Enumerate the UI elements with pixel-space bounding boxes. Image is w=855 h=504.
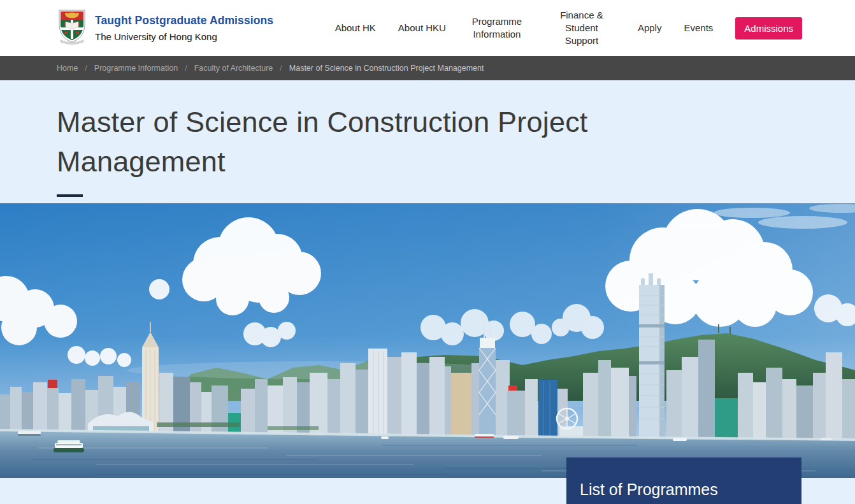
breadcrumb: Home / Programme Information / Faculty o… — [0, 56, 855, 80]
page: Taught Postgraduate Admissions The Unive… — [0, 0, 855, 504]
breadcrumb-separator: / — [85, 64, 87, 73]
breadcrumb-current-page: Master of Science in Construction Projec… — [289, 64, 484, 73]
breadcrumb-separator: / — [280, 64, 282, 73]
nav-item-apply[interactable]: Apply — [638, 22, 662, 34]
nav-item-finance-student-support[interactable]: Finance & Student Support — [548, 9, 615, 48]
list-of-programmes-title: List of Programmes — [580, 480, 718, 498]
list-of-programmes-box[interactable]: List of Programmes — [566, 457, 801, 504]
nav-item-about-hku[interactable]: About HKU — [398, 22, 446, 34]
title-band: Master of Science in Construction Projec… — [0, 80, 855, 203]
site-subtitle: The University of Hong Kong — [95, 31, 273, 42]
hero-image-hk-skyline — [0, 203, 855, 478]
nav-item-events[interactable]: Events — [684, 22, 713, 34]
main-nav: About HK About HKU Programme Information… — [335, 9, 802, 48]
breadcrumb-home[interactable]: Home — [57, 64, 78, 73]
title-underline — [57, 194, 83, 197]
breadcrumb-faculty-of-architecture[interactable]: Faculty of Architecture — [194, 64, 273, 73]
site-header: Taught Postgraduate Admissions The Unive… — [0, 0, 855, 56]
page-title: Master of Science in Construction Projec… — [57, 80, 700, 182]
site-logo-home-link[interactable]: Taught Postgraduate Admissions The Unive… — [57, 9, 273, 47]
breadcrumb-separator: / — [185, 64, 187, 73]
nav-item-about-hk[interactable]: About HK — [335, 22, 376, 34]
site-title: Taught Postgraduate Admissions — [95, 14, 273, 27]
hku-crest-icon — [57, 9, 87, 47]
nav-item-programme-information[interactable]: Programme Information — [468, 15, 526, 41]
brand-text: Taught Postgraduate Admissions The Unive… — [95, 14, 273, 42]
breadcrumb-programme-information[interactable]: Programme Information — [94, 64, 178, 73]
admissions-button[interactable]: Admissions — [735, 17, 802, 40]
